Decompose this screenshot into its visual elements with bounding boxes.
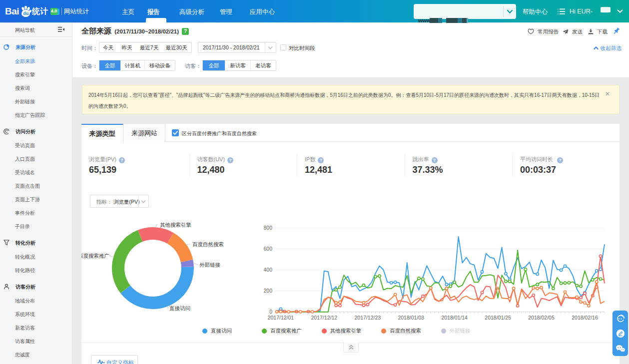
feedback-pen-icon[interactable] bbox=[613, 327, 628, 342]
sidebar-item[interactable]: 搜索引擎 bbox=[15, 71, 65, 79]
sidebar-section-label: 转化分析 bbox=[15, 240, 35, 247]
donut-label-line bbox=[166, 306, 168, 308]
sidebar-item[interactable]: 地域分布 bbox=[15, 298, 65, 306]
sidebar-section-2[interactable]: 转化分析 bbox=[0, 239, 72, 249]
compare-period-checkbox[interactable] bbox=[280, 44, 286, 50]
sidebar-collapse-icon[interactable] bbox=[58, 26, 64, 32]
sidebar-item[interactable]: 全部来源 bbox=[15, 58, 65, 66]
heart-icon bbox=[528, 28, 534, 34]
report-filter-band: 全部来源 (2017/11/30~2018/02/21)? 常用报告 发送 下载 bbox=[72, 22, 629, 77]
notice-banner: 2014年5月16日起，您可以查看"蹊径"、"品牌起跑线"等二级广告来源产生的的… bbox=[82, 85, 620, 114]
sidebar-section-0[interactable]: 来源分析 bbox=[0, 43, 72, 53]
top-nav-item-1[interactable]: 报告 bbox=[147, 8, 160, 16]
notice-close-icon[interactable]: ✕ bbox=[605, 90, 610, 97]
sidebar-item[interactable]: 外部链接 bbox=[15, 98, 65, 106]
sidebar-item[interactable]: 页面点击图 bbox=[15, 183, 65, 191]
funnel-icon bbox=[3, 240, 9, 247]
metric-card-3: 跳出率?37.33% bbox=[405, 154, 513, 177]
line-marker bbox=[362, 284, 365, 287]
metric-help-icon[interactable]: ? bbox=[318, 157, 324, 163]
custom-metric-button[interactable]: 自定义指标 bbox=[91, 355, 138, 364]
line-marker bbox=[600, 255, 602, 257]
sidebar-section-1[interactable]: 访问分析 bbox=[0, 127, 72, 137]
visitor-button-0[interactable]: 全部 bbox=[203, 60, 225, 70]
device-button-2[interactable]: 移动设备 bbox=[144, 60, 175, 70]
sidebar-item[interactable]: 子目录 bbox=[15, 223, 65, 231]
gauge-icon bbox=[3, 128, 9, 136]
line-marker bbox=[299, 311, 302, 313]
title-help-icon[interactable]: ? bbox=[182, 28, 189, 35]
line-marker bbox=[532, 287, 535, 289]
sidebar-section-label: 访客分析 bbox=[15, 284, 35, 291]
sidebar-item[interactable]: 新老访客 bbox=[15, 325, 65, 333]
metric-help-icon[interactable]: ? bbox=[557, 157, 563, 163]
send-report-button[interactable]: 发送 bbox=[563, 28, 583, 35]
source-trend-line-chart[interactable]: 02004006008002017/12/012017/12/122017/12… bbox=[241, 217, 620, 331]
version-badge: 4.0 bbox=[50, 8, 57, 15]
sidebar-item[interactable]: 页面上下游 bbox=[15, 196, 65, 204]
line-marker bbox=[596, 270, 598, 272]
top-nav-item-4[interactable]: 应用中心 bbox=[250, 8, 275, 16]
top-nav-item-2[interactable]: 高级分析 bbox=[179, 8, 204, 16]
download-report-button[interactable]: 下载 bbox=[588, 28, 608, 35]
metric-help-icon[interactable]: ? bbox=[227, 157, 233, 163]
donut-segment[interactable]: 百度自然搜索 bbox=[167, 233, 193, 262]
help-center-link[interactable]: 帮助中心 bbox=[523, 8, 548, 16]
top-nav-item-3[interactable]: 管理 bbox=[220, 8, 232, 16]
report-list-icon[interactable] bbox=[558, 8, 565, 14]
compare-period-label: 对比时间段 bbox=[289, 45, 315, 52]
metric-help-icon[interactable]: ? bbox=[119, 157, 125, 163]
baidu-tongji-logo[interactable]: Bai du 统计 bbox=[5, 3, 48, 19]
top-nav-item-0[interactable]: 主页 bbox=[122, 8, 134, 16]
y-tick-label: 600 bbox=[263, 246, 272, 252]
sidebar-item[interactable]: 系统环境 bbox=[15, 311, 65, 319]
x-tick-label: 2017/12/01 bbox=[268, 315, 294, 321]
sidebar-item[interactable]: 指定广告跟踪 bbox=[15, 112, 65, 120]
chat-bubbles-icon[interactable] bbox=[613, 342, 628, 357]
time-range-button-3[interactable]: 最近30天 bbox=[161, 42, 191, 52]
visitor-button-2[interactable]: 老访客 bbox=[250, 60, 276, 70]
time-range-button-1[interactable]: 昨天 bbox=[117, 42, 137, 52]
sidebar-item[interactable]: 忠诚度 bbox=[15, 352, 65, 360]
collapse-filter-link[interactable]: 收起筛选 bbox=[594, 45, 622, 52]
visitor-button-1[interactable]: 新访客 bbox=[225, 60, 250, 70]
donut-segment[interactable]: 百度搜索推广 bbox=[112, 230, 142, 293]
sidebar-item[interactable]: 入口页面 bbox=[15, 156, 65, 164]
y-tick-label: 800 bbox=[263, 225, 272, 231]
line-marker bbox=[430, 287, 432, 289]
customer-service-icon[interactable] bbox=[613, 312, 628, 327]
line-chart-legend: 直接访问百度搜索推广其他搜索引擎百度自然搜索外部链接 bbox=[81, 328, 620, 338]
metric-selector[interactable]: 指标： 浏览量(PV) bbox=[90, 195, 149, 208]
panel-collapse-button[interactable] bbox=[343, 343, 359, 353]
distinguish-checkbox[interactable] bbox=[172, 129, 179, 136]
line-marker bbox=[339, 286, 341, 289]
metric-help-icon[interactable]: ? bbox=[432, 157, 438, 163]
sidebar-item[interactable]: 事件分析 bbox=[15, 210, 65, 218]
sidebar-item[interactable]: 受访页面 bbox=[15, 142, 65, 150]
pin-report-icon[interactable] bbox=[612, 27, 621, 35]
user-menu-chevron-icon[interactable] bbox=[617, 9, 623, 13]
tab-source-site[interactable]: 来源网站 bbox=[124, 124, 165, 142]
visitor-filter-group: 全部新访客老访客 bbox=[202, 60, 276, 71]
favorite-report-button[interactable]: 常用报告 bbox=[528, 28, 559, 35]
visitor-filter-label: 访客： bbox=[185, 62, 201, 70]
time-range-button-0[interactable]: 今天 bbox=[99, 42, 117, 52]
donut-segment[interactable]: 直接访问 bbox=[120, 267, 194, 309]
site-select-dropdown[interactable] bbox=[414, 4, 516, 19]
redacted-username bbox=[601, 7, 611, 12]
device-button-1[interactable]: 计算机 bbox=[120, 60, 144, 70]
donut-label: 直接访问 bbox=[169, 305, 190, 311]
donut-segment[interactable]: 其他搜索引擎 bbox=[138, 227, 173, 244]
sidebar-item[interactable]: 转化概况 bbox=[15, 254, 65, 262]
sidebar-item[interactable]: 访客属性 bbox=[15, 338, 65, 346]
date-range-select[interactable]: 2017/11/30 - 2018/02/21 bbox=[198, 42, 276, 53]
sidebar-item[interactable]: 受访域名 bbox=[15, 169, 65, 177]
sidebar-item[interactable]: 搜索词 bbox=[15, 85, 65, 93]
time-range-button-2[interactable]: 最近7天 bbox=[137, 42, 161, 52]
tab-source-type[interactable]: 来源类型 bbox=[81, 124, 123, 142]
tab-strip: 来源类型 来源网站 区分百度付费推广和百度自然搜索 bbox=[81, 124, 620, 142]
sidebar-item[interactable]: 转化路径 bbox=[15, 267, 65, 275]
device-button-0[interactable]: 全部 bbox=[99, 60, 120, 70]
sidebar-section-3[interactable]: 访客分析 bbox=[0, 283, 72, 293]
logo-latin-text: Bai bbox=[5, 6, 19, 17]
